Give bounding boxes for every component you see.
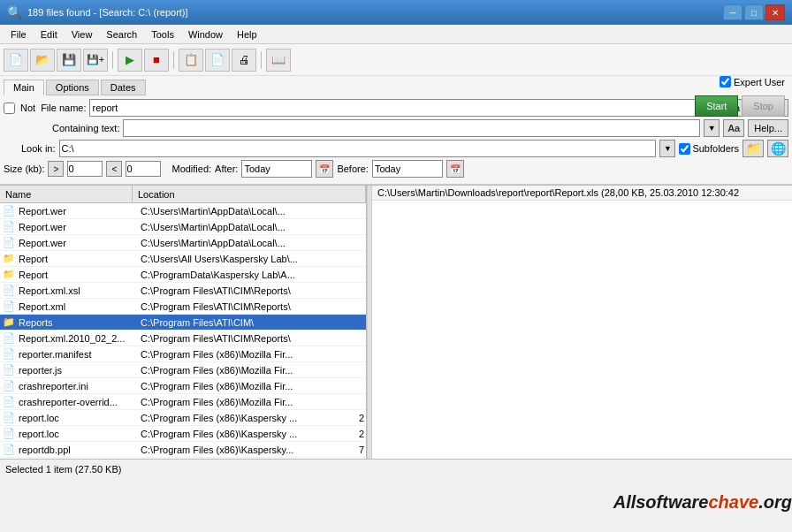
table-row[interactable]: 📄reporter.manifestC:\Program Files (x86)… xyxy=(0,346,366,362)
tab-dates[interactable]: Dates xyxy=(101,80,146,95)
size-gt-button[interactable]: > xyxy=(48,161,64,177)
file-location-cell: C:\Program Files (x86)\Kaspersky ... xyxy=(137,413,346,423)
table-row[interactable]: 📄crashreporter.iniC:\Program Files (x86)… xyxy=(0,378,366,394)
table-row[interactable]: 📄Report.xml.xslC:\Program Files\ATI\CIM\… xyxy=(0,283,366,299)
table-row[interactable]: 📄Report.werC:\Users\Martin\AppData\Local… xyxy=(0,203,366,219)
menu-item-view[interactable]: View xyxy=(65,27,100,42)
print-button[interactable]: 🖨 xyxy=(232,49,256,72)
save-all-button[interactable]: 💾+ xyxy=(83,49,108,72)
table-row[interactable]: 📁ReportC:\ProgramData\Kaspersky Lab\A... xyxy=(0,267,366,283)
file-location-cell: C:\Program Files (x86)\Mozilla Fir... xyxy=(137,349,346,360)
file-icon: 📁 xyxy=(2,252,16,266)
size-gt-input[interactable]: 0 xyxy=(67,161,103,177)
table-row[interactable]: 📄report.locC:\Program Files (x86)\Kasper… xyxy=(0,426,366,442)
containing-text-input[interactable] xyxy=(123,119,700,137)
table-row[interactable]: 📄Report.xml.2010_02_2...C:\Program Files… xyxy=(0,331,366,346)
file-icon: 📁 xyxy=(2,315,16,330)
not-label: Not xyxy=(20,103,35,113)
minimize-button[interactable]: ─ xyxy=(723,4,742,20)
file-name-cell: Report.xml.2010_02_2... xyxy=(19,333,137,344)
file-name-cell: Report.wer xyxy=(19,206,137,217)
browse-folder-button[interactable]: 📁 xyxy=(742,140,764,157)
file-name-cell: report.loc xyxy=(19,413,137,423)
file-name-cell: Report.xml.xsl xyxy=(19,285,137,296)
title-bar: 🔍 189 files found - [Search: C:\ (report… xyxy=(0,0,792,25)
save-button[interactable]: 💾 xyxy=(57,49,81,72)
after-calendar-button[interactable]: 📅 xyxy=(316,160,333,178)
before-calendar-button[interactable]: 📅 xyxy=(446,160,464,178)
menu-item-file[interactable]: File xyxy=(4,27,34,42)
table-row[interactable]: 📄crashreporter-overrid...C:\Program File… xyxy=(0,394,366,410)
open-button[interactable]: 📂 xyxy=(30,49,55,72)
file-name-cell: Report.wer xyxy=(19,238,137,248)
containing-text-help-button[interactable]: Help... xyxy=(748,119,788,137)
preview-content xyxy=(372,201,792,459)
start-button[interactable]: Start xyxy=(695,95,738,117)
copy-button[interactable]: 📋 xyxy=(179,49,203,72)
column-header-location[interactable]: Location xyxy=(133,186,366,202)
menu-item-edit[interactable]: Edit xyxy=(34,27,65,42)
containing-text-dropdown-button[interactable]: ▼ xyxy=(704,119,720,137)
file-icon: 📄 xyxy=(2,300,16,314)
file-name-cell: crashreporter.ini xyxy=(19,381,137,391)
results-area: Name Location 📄Report.werC:\Users\Martin… xyxy=(0,185,792,459)
look-in-dropdown-button[interactable]: ▼ xyxy=(659,140,675,157)
table-row[interactable]: 📄report.locC:\Program Files (x86)\Kasper… xyxy=(0,410,366,426)
toolbar: 📄 📂 💾 💾+ ▶ ■ 📋 📄 🖨 📖 xyxy=(0,44,792,76)
table-row[interactable]: 📄Report.werC:\Users\Martin\AppData\Local… xyxy=(0,235,366,251)
file-location-cell: C:\Users\Martin\AppData\Local\... xyxy=(137,206,346,217)
before-date-input[interactable]: Today xyxy=(372,160,443,178)
subfolders-checkbox[interactable] xyxy=(679,143,690,155)
file-icon: 📁 xyxy=(2,268,16,282)
table-row[interactable]: 📄reporter.jsC:\Program Files (x86)\Mozil… xyxy=(0,362,366,378)
file-name-cell: reportdb.ppl xyxy=(19,445,137,455)
help-toolbar-button[interactable]: 📖 xyxy=(266,49,291,72)
containing-text-label: Containing text: xyxy=(52,123,119,133)
menu-item-tools[interactable]: Tools xyxy=(144,27,181,42)
file-icon: 📄 xyxy=(2,363,16,377)
new-button[interactable]: 📄 xyxy=(4,49,28,72)
table-row[interactable]: 📁ReportC:\Users\All Users\Kaspersky Lab\… xyxy=(0,251,366,267)
table-row[interactable]: 📄Report.werC:\Users\Martin\AppData\Local… xyxy=(0,219,366,235)
maximize-button[interactable]: □ xyxy=(744,4,764,20)
table-row[interactable]: 📄reportdb.pplC:\Program Files (x86)\Kasp… xyxy=(0,442,366,458)
expert-user-checkbox[interactable] xyxy=(720,76,731,87)
size-lt-input[interactable]: 0 xyxy=(126,161,161,177)
close-button[interactable]: ✕ xyxy=(765,4,785,20)
after-date-input[interactable]: Today xyxy=(241,160,312,178)
table-row[interactable]: 📄Report.xmlC:\Program Files\ATI\CIM\Repo… xyxy=(0,299,366,315)
run-button[interactable]: ▶ xyxy=(118,49,142,72)
file-list: Name Location 📄Report.werC:\Users\Martin… xyxy=(0,186,367,459)
menu-item-search[interactable]: Search xyxy=(99,27,144,42)
file-name-row: Not File name: report ▼ Aa Help... xyxy=(4,99,788,117)
toolbar-separator-3 xyxy=(261,51,262,69)
file-icon: 📄 xyxy=(2,427,16,441)
before-label: Before: xyxy=(337,163,368,174)
tab-options[interactable]: Options xyxy=(46,80,99,95)
file-name-cell: Reports xyxy=(19,317,137,328)
size-modified-row: Size (kb): > 0 < 0 Modified: After: Toda… xyxy=(4,160,788,178)
file-list-body[interactable]: 📄Report.werC:\Users\Martin\AppData\Local… xyxy=(0,203,366,459)
file-name-label: File name: xyxy=(41,103,86,113)
file-location-cell: C:\Program Files\ATI\CIM\Reports\ xyxy=(137,333,346,344)
file-icon: 📄 xyxy=(2,236,16,250)
file-icon: 📄 xyxy=(2,347,16,361)
modified-label: Modified: xyxy=(171,163,211,174)
stop-search-button[interactable]: Stop xyxy=(742,95,785,117)
containing-text-case-button[interactable]: Aa xyxy=(723,119,744,137)
not-checkbox[interactable] xyxy=(4,103,15,114)
stop-button[interactable]: ■ xyxy=(144,49,169,72)
column-header-name[interactable]: Name xyxy=(0,186,133,202)
menu-item-help[interactable]: Help xyxy=(230,27,264,42)
table-row[interactable]: 📁ReportsC:\Program Files\ATI\CIM\ xyxy=(0,315,366,331)
tab-main[interactable]: Main xyxy=(4,80,44,95)
file-icon: 📄 xyxy=(2,284,16,298)
menu-item-window[interactable]: Window xyxy=(181,27,230,42)
file-name-input[interactable]: report xyxy=(89,99,700,117)
file-name-cell: reporter.manifest xyxy=(19,349,137,360)
paste-button[interactable]: 📄 xyxy=(205,49,230,72)
browse-network-button[interactable]: 🌐 xyxy=(767,140,788,157)
look-in-input[interactable]: C:\ xyxy=(59,140,657,157)
window-controls: ─ □ ✕ xyxy=(723,4,785,20)
size-lt-button[interactable]: < xyxy=(106,161,122,177)
